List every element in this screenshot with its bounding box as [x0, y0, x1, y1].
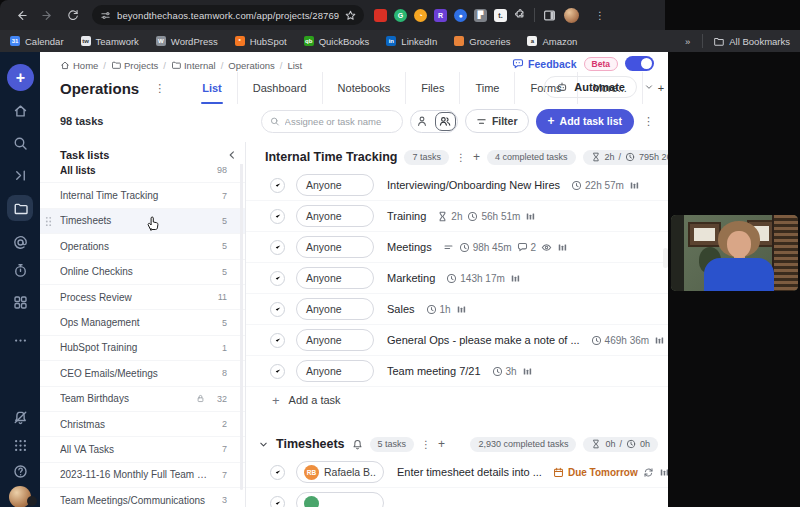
- add-a-task-button[interactable]: +Add a task: [246, 387, 668, 413]
- bookmark-star-icon[interactable]: [345, 10, 356, 21]
- complete-checkbox[interactable]: [270, 465, 285, 480]
- assignee-pill[interactable]: Anyone: [296, 267, 374, 289]
- tab-list[interactable]: List: [187, 72, 237, 104]
- task-list-item[interactable]: Team Meetings/Communications3: [40, 488, 245, 507]
- chrome-menu-kebab[interactable]: ⋮: [590, 5, 610, 25]
- notifications-off-icon[interactable]: [8, 405, 32, 429]
- task-row[interactable]: AnyoneSales1h: [246, 294, 668, 325]
- task-list-item[interactable]: Ops Management5: [40, 310, 245, 335]
- task-list-item[interactable]: Online Checkins5: [40, 260, 245, 285]
- r-extension-icon[interactable]: R: [434, 9, 447, 22]
- grammarly-icon[interactable]: G: [394, 9, 407, 22]
- task-list-item[interactable]: Process Review11: [40, 285, 245, 310]
- all-bookmarks-button[interactable]: All Bookmarks: [713, 36, 790, 47]
- task-list-item[interactable]: Christmas2: [40, 412, 245, 437]
- assignee-pill[interactable]: Anyone: [296, 298, 374, 320]
- bookmarks-overflow-chevron[interactable]: »: [685, 36, 690, 47]
- task-title[interactable]: Team meeting 7/21: [387, 365, 481, 377]
- assignee-view-toggle[interactable]: [410, 110, 458, 133]
- automate-button[interactable]: Automate: [544, 76, 637, 98]
- task-list-item[interactable]: HubSpot Training1: [40, 336, 245, 361]
- complete-checkbox[interactable]: [270, 209, 285, 224]
- assignee-pill[interactable]: Anyone: [296, 174, 374, 196]
- chevron-down-icon[interactable]: [644, 82, 654, 92]
- search-input[interactable]: [261, 110, 403, 133]
- breadcrumb-operations[interactable]: Operations: [228, 60, 274, 71]
- t-extension-icon[interactable]: t.: [494, 9, 507, 22]
- task-list-item[interactable]: 2023-11-16 Monthly Full Team Me...7: [40, 463, 245, 488]
- bookmark-teamwork[interactable]: twTeamwork: [81, 36, 139, 47]
- single-person-icon[interactable]: [411, 110, 434, 133]
- complete-checkbox[interactable]: [270, 240, 285, 255]
- complete-checkbox[interactable]: [270, 302, 285, 317]
- red-extension-icon[interactable]: [374, 9, 387, 22]
- task-list-item[interactable]: CEO Emails/Meetings8: [40, 361, 245, 386]
- drag-handle-icon[interactable]: [45, 216, 52, 227]
- mentions-icon[interactable]: [8, 230, 32, 254]
- panel-scrollbar[interactable]: [240, 160, 243, 490]
- task-row[interactable]: AnyoneGeneral Ops - please make a note o…: [246, 325, 668, 356]
- complete-checkbox[interactable]: [270, 178, 285, 193]
- search-icon[interactable]: [8, 131, 32, 155]
- project-kebab-menu[interactable]: ⋮: [154, 82, 165, 95]
- task-title[interactable]: Enter timesheet details into ...: [397, 466, 542, 478]
- address-bar[interactable]: beyondthechaos.teamwork.com/app/projects…: [92, 5, 364, 25]
- complete-checkbox[interactable]: [270, 271, 285, 286]
- task-title[interactable]: Meetings: [387, 241, 432, 253]
- timer-icon[interactable]: [8, 258, 32, 282]
- task-list-item[interactable]: Internal Time Tracking7: [40, 183, 245, 208]
- filter-button[interactable]: Filter: [465, 109, 529, 133]
- jump-to-icon[interactable]: [8, 163, 32, 187]
- overlay-drag-handle[interactable]: [663, 248, 668, 268]
- complete-checkbox[interactable]: [270, 333, 285, 348]
- bookmark-quickbooks[interactable]: qbQuickBooks: [304, 36, 370, 47]
- more-ellipsis-icon[interactable]: [8, 328, 32, 352]
- task-list-item[interactable]: Operations5: [40, 234, 245, 259]
- bookmark-linkedin[interactable]: inLinkedIn: [386, 36, 437, 47]
- assignee-pill[interactable]: Anyone: [296, 236, 374, 258]
- apps-grid-icon[interactable]: [8, 290, 32, 314]
- section-add-icon[interactable]: +: [473, 150, 480, 164]
- bookmark-hubspot[interactable]: *HubSpot: [235, 36, 287, 47]
- breadcrumb-internal[interactable]: Internal: [171, 60, 216, 71]
- assignee-pill[interactable]: Anyone: [296, 360, 374, 382]
- section-kebab-menu[interactable]: ⋮: [456, 152, 466, 163]
- search-field[interactable]: [285, 116, 394, 127]
- tab-files[interactable]: Files: [405, 72, 459, 104]
- complete-checkbox[interactable]: [270, 364, 285, 379]
- assignee-pill[interactable]: Anyone: [296, 329, 374, 351]
- task-row[interactable]: RBRafaela B...Enter timesheet details in…: [246, 457, 668, 488]
- feed-extension-icon[interactable]: ◔: [414, 9, 427, 22]
- task-title[interactable]: Interviewing/Onboarding New Hires: [387, 179, 560, 191]
- profile-avatar[interactable]: [564, 8, 579, 23]
- due-date[interactable]: Due Tomorrow: [553, 467, 638, 478]
- bookmark-calendar[interactable]: 31Calendar: [10, 36, 64, 47]
- section-add-icon[interactable]: +: [438, 437, 445, 451]
- feedback-button[interactable]: Feedback: [512, 58, 576, 70]
- side-panel-icon[interactable]: [543, 9, 556, 22]
- home-icon[interactable]: [8, 98, 32, 122]
- completed-tasks-badge[interactable]: 2,930 completed tasks: [470, 437, 576, 452]
- breadcrumb-projects[interactable]: Projects: [111, 60, 158, 71]
- launcher-grid-icon[interactable]: [8, 433, 32, 457]
- task-row[interactable]: [246, 488, 668, 507]
- bookmark-wordpress[interactable]: WWordPress: [156, 36, 218, 47]
- breadcrumb-list[interactable]: List: [287, 60, 302, 71]
- bell-icon[interactable]: [352, 439, 363, 450]
- task-row[interactable]: AnyoneMarketing143h 17m: [246, 263, 668, 294]
- extensions-puzzle-icon[interactable]: [514, 9, 526, 21]
- task-title[interactable]: Marketing: [387, 272, 435, 284]
- chevron-down-icon[interactable]: [258, 439, 269, 450]
- task-row[interactable]: AnyoneTraining2h56h 51m: [246, 201, 668, 232]
- section-name[interactable]: Internal Time Tracking: [265, 150, 397, 164]
- bookmark-amazon[interactable]: aAmazon: [527, 36, 577, 47]
- tab-time[interactable]: Time: [459, 72, 514, 104]
- task-row[interactable]: AnyoneMeetings98h 45m2: [246, 232, 668, 263]
- people-icon[interactable]: [435, 112, 456, 131]
- reload-icon[interactable]: [63, 5, 83, 25]
- toolbar-kebab-menu[interactable]: ⋮: [643, 115, 654, 128]
- completed-tasks-badge[interactable]: 4 completed tasks: [487, 150, 576, 165]
- task-title[interactable]: General Ops - please make a note of ...: [387, 334, 580, 346]
- tab-dashboard[interactable]: Dashboard: [237, 72, 322, 104]
- task-title[interactable]: Training: [387, 210, 426, 222]
